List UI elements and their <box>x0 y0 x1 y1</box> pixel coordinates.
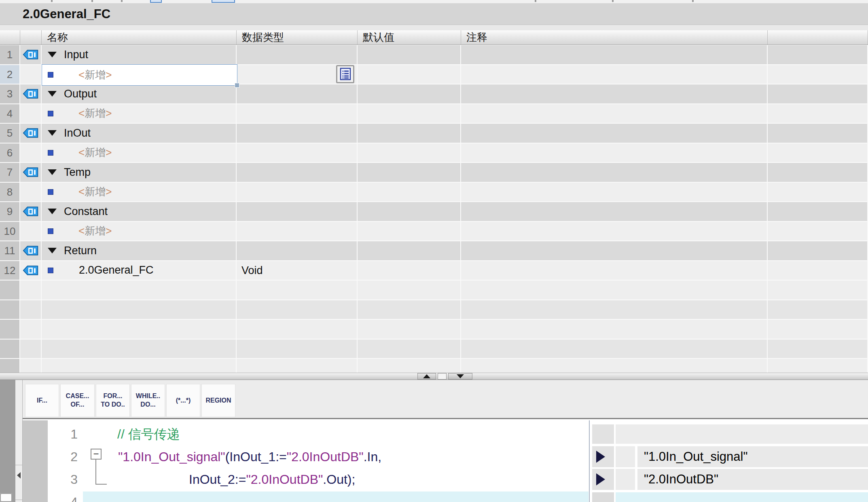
interface-tag-icon <box>23 167 39 178</box>
snippet-case-button[interactable]: CASE...OF... <box>60 384 95 417</box>
row-number: 5 <box>0 124 20 143</box>
cell-resize-handle[interactable] <box>235 83 239 88</box>
table-row-add-new-constant[interactable]: 10 <新增> <box>0 222 868 241</box>
callout-gutter-cell <box>592 492 614 502</box>
row-number: 3 <box>0 84 20 103</box>
collapse-down-button[interactable] <box>448 373 472 380</box>
collapse-up-button[interactable] <box>417 373 436 380</box>
toolbar-tick <box>91 0 93 2</box>
code-fold-toggle[interactable]: − <box>91 449 102 460</box>
callout-gutter-cell <box>592 424 614 444</box>
interface-table-header: 名称 数据类型 默认值 注释 <box>0 30 868 45</box>
empty-table-row[interactable] <box>0 340 868 359</box>
expand-triangle-icon[interactable] <box>596 451 605 463</box>
header-comment[interactable]: 注释 <box>461 30 768 44</box>
data-type-list-icon <box>340 67 351 80</box>
triangle-left-icon <box>17 472 21 479</box>
header-extra-col[interactable] <box>768 30 868 44</box>
callout-fc-reference[interactable]: "1.0In_Out_signal" <box>637 446 868 467</box>
snippet-region-button[interactable]: REGION <box>201 384 235 417</box>
code-text-area[interactable]: 1 // 信号传递 2 "1.0In_Out_signal"(InOut_1:=… <box>23 420 589 502</box>
table-row-inout-section[interactable]: 5 InOut <box>0 124 868 143</box>
empty-table-row[interactable] <box>0 320 868 339</box>
section-label: InOut <box>64 127 91 139</box>
interface-tag-icon <box>23 49 39 60</box>
header-row-number-col[interactable] <box>0 30 20 44</box>
callout-spacer-cell <box>616 469 635 490</box>
interface-tag-icon <box>23 265 39 276</box>
row-number: 12 <box>0 261 20 280</box>
header-name[interactable]: 名称 <box>42 30 237 44</box>
fc-call-name: "1.0In_Out_signal" <box>118 449 225 464</box>
scl-code-editor-pane: IF... CASE...OF... FOR...TO DO.. WHILE..… <box>0 380 868 502</box>
pane-splitter-bar[interactable] <box>0 373 868 380</box>
toolbar-tick <box>121 0 123 2</box>
code-line-3[interactable]: 3 InOut_2:="2.0InOutDB".Out); <box>23 469 589 490</box>
callout-db-reference[interactable]: "2.0InOutDB" <box>637 469 868 490</box>
collapse-triangle-icon[interactable] <box>48 209 57 214</box>
panel-divider[interactable] <box>589 420 590 502</box>
empty-table-row[interactable] <box>0 300 868 319</box>
row-number: 2 <box>0 65 20 84</box>
collapse-triangle-icon[interactable] <box>48 52 57 57</box>
db-name: "2.0InOutDB" <box>287 449 364 464</box>
snippet-while-button[interactable]: WHILE..DO... <box>131 384 165 417</box>
table-row-add-new-output[interactable]: 4 <新增> <box>0 104 868 123</box>
section-label: Output <box>64 88 97 100</box>
section-label: Input <box>64 49 88 61</box>
table-row-output-section[interactable]: 3 Output <box>0 84 868 103</box>
snippet-for-button[interactable]: FOR...TO DO.. <box>96 384 130 417</box>
table-row-return-value[interactable]: 12 2.0General_FC Void <box>0 261 868 280</box>
section-label: Constant <box>64 205 108 218</box>
variable-square-icon <box>48 72 53 78</box>
snippet-comment-button[interactable]: (*...*) <box>166 384 200 417</box>
code-line-2[interactable]: 2 "1.0In_Out_signal"(InOut_1:="2.0InOutD… <box>23 446 589 467</box>
fold-bracket-foot <box>95 484 107 485</box>
empty-table-row[interactable] <box>0 281 868 300</box>
db-name: "2.0InOutDB" <box>246 472 323 487</box>
splitter-grip[interactable] <box>438 373 447 380</box>
clipped-dropdown-remnant <box>150 0 162 3</box>
data-type-picker-button[interactable] <box>336 65 354 83</box>
snippet-if-button[interactable]: IF... <box>25 384 59 417</box>
callout-current-row <box>616 492 868 502</box>
strip-divider <box>15 500 22 500</box>
collapse-triangle-icon[interactable] <box>48 91 57 97</box>
code-comment: // 信号传递 <box>117 424 180 445</box>
header-icon-col[interactable] <box>20 30 42 44</box>
code-line-4[interactable]: 4 <box>23 491 589 502</box>
table-row-add-new-temp[interactable]: 8 <新增> <box>0 183 868 202</box>
add-new-placeholder: 新增 <box>85 225 106 237</box>
table-row-add-new-inout[interactable]: 6 <新增> <box>0 143 868 162</box>
table-row-return-section[interactable]: 11 Return <box>0 241 868 260</box>
collapse-triangle-icon[interactable] <box>48 169 57 175</box>
table-row-input-section[interactable]: 1 Input <box>0 45 868 64</box>
section-label: Temp <box>64 166 91 179</box>
clipped-dropdown-remnant <box>212 0 235 3</box>
expand-triangle-icon[interactable] <box>596 473 605 485</box>
header-default-value[interactable]: 默认值 <box>358 30 461 44</box>
row-number: 9 <box>0 202 20 221</box>
collapse-triangle-icon[interactable] <box>48 248 57 253</box>
empty-table-row[interactable] <box>0 359 868 373</box>
top-clipped-toolbar-strip <box>0 0 868 3</box>
vertical-splitter-strip[interactable] <box>15 380 23 502</box>
interface-tag-icon <box>23 245 39 256</box>
left-dark-rail <box>0 380 15 502</box>
name-edit-cell[interactable]: <新增> <box>42 64 237 86</box>
table-row-add-new-input[interactable]: 2 <新增> <box>0 65 868 84</box>
line-number: 4 <box>49 491 78 502</box>
return-data-type[interactable]: Void <box>237 261 358 280</box>
callout-spacer-cell <box>616 446 635 467</box>
table-row-constant-section[interactable]: 9 Constant <box>0 202 868 221</box>
row-number: 11 <box>0 241 20 260</box>
line-number: 3 <box>49 469 78 490</box>
table-row-temp-section[interactable]: 7 Temp <box>0 163 868 182</box>
tia-portal-block-interface-editor: 2.0General_FC 名称 数据类型 默认值 注释 1 Input 2 <box>0 0 868 502</box>
code-line-1[interactable]: 1 // 信号传递 <box>23 424 589 445</box>
header-data-type[interactable]: 数据类型 <box>237 30 358 44</box>
interface-tag-icon <box>23 206 39 217</box>
add-new-placeholder: 新增 <box>85 69 106 81</box>
interface-tag-icon <box>23 88 39 99</box>
collapse-triangle-icon[interactable] <box>48 130 57 136</box>
